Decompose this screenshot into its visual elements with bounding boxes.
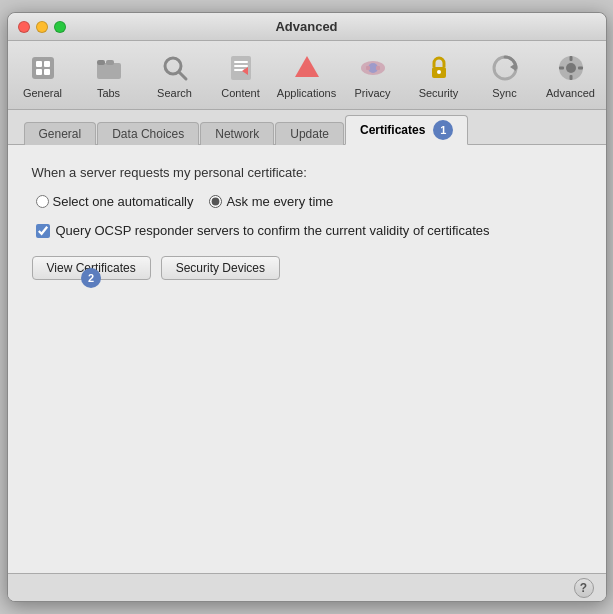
radio-option-auto[interactable]: Select one automatically [36, 194, 194, 209]
close-button[interactable] [18, 21, 30, 33]
toolbar-item-applications[interactable]: Applications [276, 47, 338, 103]
security-devices-button[interactable]: Security Devices [161, 256, 280, 280]
tab-update[interactable]: Update [275, 122, 344, 145]
minimize-button[interactable] [36, 21, 48, 33]
toolbar-item-general[interactable]: General [12, 47, 74, 103]
svg-rect-3 [36, 69, 42, 75]
svg-rect-5 [97, 63, 121, 79]
tab-network[interactable]: Network [200, 122, 274, 145]
toolbar-label-general: General [23, 87, 62, 99]
svg-rect-11 [234, 61, 248, 63]
certificates-tab-badge: 1 [433, 120, 453, 140]
svg-rect-0 [32, 57, 54, 79]
security-icon [423, 52, 455, 84]
certificate-prompt: When a server requests my personal certi… [32, 165, 582, 180]
toolbar-label-content: Content [221, 87, 260, 99]
toolbar-label-security: Security [419, 87, 459, 99]
toolbar-item-tabs[interactable]: Tabs [78, 47, 140, 103]
radio-option-ask[interactable]: Ask me every time [209, 194, 333, 209]
toolbar-item-sync[interactable]: Sync [474, 47, 536, 103]
general-icon [27, 52, 59, 84]
tab-bar: General Data Choices Network Update Cert… [8, 110, 606, 145]
content-icon [225, 52, 257, 84]
toolbar-item-security[interactable]: Security [408, 47, 470, 103]
content-area: When a server requests my personal certi… [8, 145, 606, 573]
svg-marker-15 [295, 56, 319, 77]
svg-line-9 [179, 72, 186, 79]
toolbar-item-privacy[interactable]: Privacy [342, 47, 404, 103]
radio-auto-label: Select one automatically [53, 194, 194, 209]
svg-marker-23 [510, 63, 516, 71]
maximize-button[interactable] [54, 21, 66, 33]
bottom-bar: ? [8, 573, 606, 601]
tab-certificates[interactable]: Certificates 1 [345, 115, 468, 145]
svg-rect-18 [366, 66, 370, 70]
svg-rect-7 [106, 60, 114, 65]
traffic-lights [18, 21, 66, 33]
sync-icon [489, 52, 521, 84]
svg-rect-27 [569, 75, 572, 80]
tab-data-choices[interactable]: Data Choices [97, 122, 199, 145]
certificate-radio-group: Select one automatically Ask me every ti… [32, 194, 582, 209]
main-window: Advanced General [7, 12, 607, 602]
svg-point-25 [566, 63, 576, 73]
radio-ask-label: Ask me every time [226, 194, 333, 209]
radio-auto[interactable] [36, 195, 49, 208]
ocsp-checkbox[interactable] [36, 224, 50, 238]
view-certificates-badge: 2 [81, 268, 101, 288]
svg-point-21 [437, 70, 441, 74]
toolbar: General Tabs Search [8, 41, 606, 110]
svg-rect-2 [44, 61, 50, 67]
advanced-icon [555, 52, 587, 84]
svg-rect-19 [376, 66, 380, 70]
toolbar-label-privacy: Privacy [354, 87, 390, 99]
svg-rect-29 [578, 66, 583, 69]
radio-ask[interactable] [209, 195, 222, 208]
toolbar-label-tabs: Tabs [97, 87, 120, 99]
toolbar-label-applications: Applications [277, 87, 336, 99]
search-icon [159, 52, 191, 84]
toolbar-label-sync: Sync [492, 87, 516, 99]
toolbar-item-search[interactable]: Search [144, 47, 206, 103]
svg-rect-26 [569, 56, 572, 61]
toolbar-label-search: Search [157, 87, 192, 99]
ocsp-label: Query OCSP responder servers to confirm … [56, 223, 490, 238]
svg-rect-4 [44, 69, 50, 75]
titlebar: Advanced [8, 13, 606, 41]
ocsp-checkbox-row: Query OCSP responder servers to confirm … [32, 223, 582, 238]
button-row: View Certificates 2 Security Devices [32, 256, 582, 280]
tab-general[interactable]: General [24, 122, 97, 145]
svg-rect-6 [97, 60, 105, 65]
svg-rect-12 [234, 65, 248, 67]
toolbar-label-advanced: Advanced [546, 87, 595, 99]
tabs-icon [93, 52, 125, 84]
privacy-icon [357, 52, 389, 84]
toolbar-item-advanced[interactable]: Advanced [540, 47, 602, 103]
toolbar-item-content[interactable]: Content [210, 47, 272, 103]
window-title: Advanced [275, 19, 337, 34]
help-button[interactable]: ? [574, 578, 594, 598]
svg-rect-1 [36, 61, 42, 67]
view-certificates-wrapper: View Certificates 2 [32, 256, 151, 280]
svg-rect-28 [559, 66, 564, 69]
applications-icon [291, 52, 323, 84]
